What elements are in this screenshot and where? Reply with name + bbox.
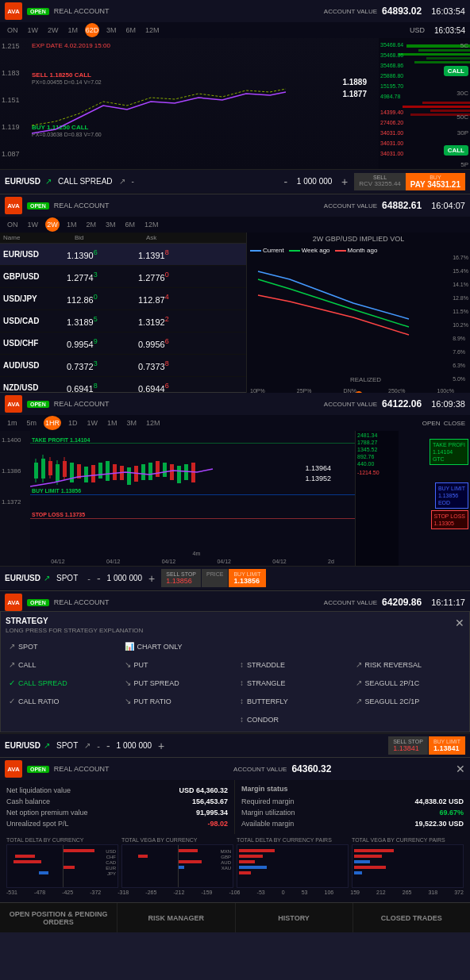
p4-qty-plus[interactable]: + [158, 740, 164, 752]
axis-53: -53 [257, 890, 265, 895]
strategy-grid: ↗ SPOT 📊 CHART ONLY ↗ CALL ↘ PUT ↕ STRAD… [6, 639, 464, 727]
strategy-butterfly[interactable]: ↕ BUTTERFLY [237, 694, 349, 709]
legend-month: Month ago [335, 247, 378, 254]
account-value-label-3: ACCOUNT VALUE [324, 401, 377, 408]
margin-util-value: 69.67% [439, 809, 464, 817]
dp-bar-3 [239, 860, 255, 863]
svg-rect-20 [141, 464, 145, 480]
p4-qty: 1 000 000 [117, 741, 152, 750]
delta-pairs-chart [237, 844, 349, 888]
p4-arrow2: ↗ [84, 741, 91, 750]
y-89: 8.9% [453, 336, 468, 341]
p4-sell-stop[interactable]: SELL STOP 1.13841 [388, 736, 428, 755]
tf2-2w[interactable]: 2W [45, 217, 60, 232]
tf2-on[interactable]: ON [5, 220, 21, 229]
tf2-2m[interactable]: 2M [84, 220, 99, 229]
pair-row-usdchf[interactable]: USD/CHF 0.99549 0.99566 [0, 332, 246, 355]
strategy-empty-3 [6, 712, 118, 727]
strategy-seagull-2p1c[interactable]: ↗ SEAGULL 2P/1C [352, 675, 465, 690]
y-115: 11.5% [453, 309, 468, 314]
tf-btn-3m-1[interactable]: 3M [104, 25, 119, 35]
strategy-chart-only[interactable]: 📊 CHART ONLY [121, 639, 234, 654]
p3-sell-stop[interactable]: SELL STOP 1.13856 [161, 569, 201, 587]
pair-row-usdjpy[interactable]: USD/JPY 112.860 112.874 [0, 288, 246, 310]
time-display-4: 16:11:17 [431, 598, 465, 607]
nav-risk-manager-label: RISK MANAGER [148, 914, 205, 922]
buy-display-1[interactable]: BUY PAY 34531.21 [406, 173, 465, 190]
tf2-6m[interactable]: 6M [123, 220, 138, 229]
put-spread-label: PUT SPREAD [134, 679, 179, 687]
strategy-close-btn[interactable]: ✕ [455, 617, 464, 629]
net-option-label: Net option premium value [6, 809, 88, 817]
tf3-5m[interactable]: 5m [25, 418, 40, 428]
tf3-1d[interactable]: 1D [66, 418, 80, 428]
strategy-call-ratio[interactable]: ✓ CALL RATIO [6, 694, 118, 709]
delta-eur-label: EUR [106, 866, 116, 870]
strategy-put-ratio[interactable]: ↘ PUT RATIO [121, 694, 234, 709]
tf3-1m2[interactable]: 1M [105, 418, 120, 428]
tf3-1w[interactable]: 1W [85, 418, 101, 428]
panel1-options-chart: AVA OPEN REAL ACCOUNT ACCOUNT VALUE 6489… [0, 0, 470, 194]
p3-qty-plus[interactable]: + [148, 572, 155, 585]
straddle-label: STRADDLE [247, 661, 285, 669]
nav-risk-manager[interactable]: RISK MANAGER [118, 903, 235, 932]
tf-btn-1w-1[interactable]: 1W [25, 25, 41, 35]
tf2-12m[interactable]: 12M [142, 220, 161, 229]
p3-buy-limit[interactable]: BUY LIMIT 1.13856 [229, 569, 265, 587]
available-margin-label: Available margin [241, 820, 294, 828]
qty-plus-btn-1[interactable]: + [341, 175, 348, 188]
qty-minus-btn-1[interactable]: - [283, 175, 287, 188]
strategy-call-spread[interactable]: ✓ CALL SPREAD [6, 675, 118, 690]
delta-divider [63, 845, 64, 887]
close-btn-5[interactable]: ✕ [456, 763, 465, 775]
pair-usdjpy: USD/JPY [3, 294, 67, 303]
strategy-put-spread[interactable]: ↘ PUT SPREAD [121, 675, 234, 690]
strategy-call[interactable]: ↗ CALL [6, 657, 118, 672]
tf-btn-6m-1[interactable]: 6M [124, 25, 139, 35]
pair-row-audusd[interactable]: AUD/USD 0.73723 0.73738 [0, 355, 246, 377]
tf3-1hr[interactable]: 1HR [44, 416, 61, 430]
strategy-put[interactable]: ↘ PUT [121, 657, 234, 672]
strategy-label-1: CALL SPREAD [58, 177, 113, 186]
call-badge-top[interactable]: CALL [444, 66, 468, 76]
sell-display-label-1: SELL [359, 175, 400, 180]
required-margin-label: Required margin [241, 797, 295, 805]
p4-buy-limit[interactable]: BUY LIMIT 1.13841 [429, 736, 465, 755]
pair-row-eurusd[interactable]: EUR/USD 1.13906 1.13918 [0, 244, 246, 266]
panel2-header: AVA OPEN REAL ACCOUNT ACCOUNT VALUE 6488… [0, 194, 470, 217]
strategy-seagull-2c1p[interactable]: ↗ SEAGULL 2C/1P [352, 694, 465, 709]
tf-btn-1m-1[interactable]: 1M [66, 25, 81, 35]
tf-btn-on-1[interactable]: ON [5, 25, 21, 35]
rs-price-5p: 5P [460, 161, 468, 168]
chart-only-label: CHART ONLY [137, 643, 183, 651]
nav-history[interactable]: HISTORY [236, 903, 353, 932]
tf3-3m[interactable]: 3M [125, 418, 140, 428]
nav-closed-trades[interactable]: CLOSED TRADES [353, 903, 470, 932]
strategy-spot[interactable]: ↗ SPOT [6, 639, 118, 654]
bid-gbpusd: 1.27743 [67, 271, 138, 282]
pair-row-gbpusd[interactable]: GBP/USD 1.27743 1.27760 [0, 266, 246, 288]
tf-btn-12m-1[interactable]: 12M [143, 25, 162, 35]
strategy-risk-reversal[interactable]: ↗ RISK REVERSAL [352, 657, 465, 672]
strategy-straddle[interactable]: ↕ STRADDLE [237, 657, 349, 672]
call-spread-icon: ✓ [9, 678, 15, 687]
strategy-strangle[interactable]: ↕ STRANGLE [237, 675, 349, 690]
tf2-1m[interactable]: 1M [64, 220, 79, 229]
strategy-condor[interactable]: ↕ CONDOR [237, 712, 349, 727]
p3-right-badges: TAKE PROFI1.14104GTC BUY LIMIT1.13856EOD… [399, 431, 470, 566]
account-value-label-2: ACCOUNT VALUE [324, 202, 377, 209]
tf2-3m[interactable]: 3M [103, 220, 118, 229]
sell-display-1[interactable]: SELL RCV 33255.44 [354, 173, 405, 190]
tf2-1w[interactable]: 1W [25, 220, 41, 229]
bid-usdchf: 0.99549 [67, 337, 138, 349]
p3-qty-minus[interactable]: - [97, 572, 101, 585]
pair-row-usdcad[interactable]: USD/CAD 1.31895 1.31922 [0, 310, 246, 332]
p4-sep: - [97, 741, 100, 751]
tf-btn-62d-1[interactable]: 62D [85, 23, 99, 37]
tf3-12m[interactable]: 12M [144, 418, 163, 428]
tf-btn-2w-1[interactable]: 2W [45, 25, 61, 35]
tf3-1m[interactable]: 1m [5, 418, 20, 428]
call-badge-bottom[interactable]: CALL [444, 145, 468, 156]
nav-open-positions[interactable]: OPEN POSITION & PENDING ORDERS [0, 903, 118, 932]
p4-qty-minus[interactable]: - [106, 740, 110, 752]
